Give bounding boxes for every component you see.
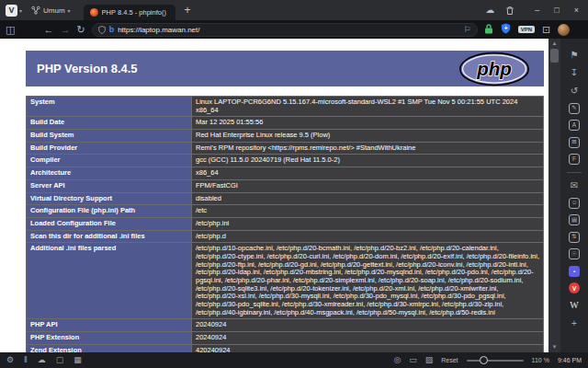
table-row: Build System Red Hat Enterprise Linux re…	[27, 130, 544, 143]
reload-icon[interactable]: ↻	[76, 25, 85, 35]
web-panel-vivaldi-icon[interactable]: V	[569, 282, 580, 293]
url-text[interactable]: https://laptop.mawan.net/	[118, 26, 459, 34]
table-row: Scan this dir for additional .ini files …	[27, 230, 544, 243]
table-row: Additional .ini files parsed /etc/php.d/…	[27, 243, 544, 319]
add-web-panel-icon[interactable]: +	[569, 317, 581, 329]
window-controls: – □ ×	[535, 6, 579, 15]
zoom-slider[interactable]	[467, 360, 524, 362]
row-value: Red Hat Enterprise Linux release 9.5 (Pl…	[192, 130, 544, 143]
vivaldi-logo-icon: V	[6, 5, 17, 17]
secure-lock-icon[interactable]	[484, 21, 493, 38]
table-row: Build Provider Remi's RPM repository <ht…	[27, 142, 544, 155]
images-toggle-icon[interactable]: ▨	[425, 356, 434, 364]
tab-bar: V ▾ Umum ▾ PHP 8.4.5 - phpinfo() + ☁ – □…	[0, 0, 588, 20]
calendar-panel-icon[interactable]: ▤	[569, 214, 580, 225]
scroll-down-icon[interactable]: ▾	[548, 342, 560, 351]
row-label: Server API	[27, 179, 192, 192]
status-bar: ⚙ ‖ ☁ ▢ ▦ ◎ ▭ ▨ Reset 110 % 9:46 PM	[0, 352, 588, 368]
row-value: /etc	[192, 205, 544, 218]
row-label: System	[27, 97, 192, 117]
row-label: Zend Extension	[27, 344, 192, 352]
chevron-down-icon: ▾	[19, 7, 22, 14]
table-row: Build Date Mar 12 2025 01:55:56	[27, 117, 544, 130]
row-value: Remi's RPM repository <https://rpms.remi…	[192, 142, 544, 155]
bookmark-flag-icon[interactable]: ⚐	[464, 25, 471, 34]
new-tab-button[interactable]: +	[185, 5, 191, 16]
clock[interactable]: 9:46 PM	[558, 357, 582, 363]
phpinfo-page: PHP Version 8.4.5 php System Linux LAPTO	[0, 39, 548, 352]
history-panel-icon[interactable]: ↺	[569, 85, 581, 97]
feeds-panel-icon[interactable]: ☉	[569, 248, 580, 259]
web-panel-purple-icon[interactable]: ▪	[569, 266, 580, 277]
tasks-status-icon[interactable]: ▢	[56, 356, 64, 364]
panel-separator[interactable]	[567, 172, 582, 173]
row-value: /etc/php.d	[192, 230, 544, 243]
minimize-button[interactable]: –	[535, 6, 539, 15]
closed-tabs-trash-icon[interactable]	[505, 6, 514, 16]
reading-list-panel-icon[interactable]: F	[569, 154, 580, 165]
sync-cloud-icon[interactable]: ☁	[485, 6, 494, 15]
settings-icon[interactable]: ⚙	[6, 356, 14, 364]
web-panel-wikipedia-icon[interactable]: W	[569, 300, 581, 312]
downloads-panel-icon[interactable]: ↧	[569, 67, 581, 79]
page-scrollbar[interactable]: ▴ ▾	[548, 39, 560, 352]
tab-favicon	[90, 8, 98, 17]
sessions-panel-icon[interactable]: ⊞	[569, 137, 580, 148]
notes-panel-icon[interactable]: ✎	[569, 103, 580, 114]
row-value: 20240924	[192, 332, 544, 345]
row-label: PHP API	[27, 319, 192, 332]
extensions-icon[interactable]: ⊡	[542, 25, 550, 35]
row-label: Scan this dir for additional .ini files	[27, 230, 192, 243]
row-value: Mar 12 2025 01:55:56	[192, 117, 544, 130]
vpn-badge[interactable]: VPN	[518, 26, 535, 33]
side-panel-bar: ⚑ ↧ ↺ ✎ A ⊞ F ✉ ☺ ▤ ⇅	[560, 39, 588, 352]
capture-page-icon[interactable]: ◎	[393, 356, 401, 364]
table-row: Compiler gcc (GCC) 11.5.0 20240719 (Red …	[27, 155, 544, 167]
zoom-reset-button[interactable]: Reset	[441, 357, 458, 363]
contacts-panel-icon[interactable]: ☺	[569, 198, 580, 209]
table-row: Virtual Directory Support disabled	[27, 192, 544, 205]
table-row: PHP API 20240924	[27, 319, 544, 332]
row-label: Architecture	[27, 167, 192, 180]
translate-panel-icon[interactable]: A	[569, 120, 580, 131]
row-value: x86_64	[192, 167, 544, 180]
scrollbar-thumb[interactable]	[550, 49, 559, 63]
page-title: PHP Version 8.4.5	[37, 62, 138, 75]
table-row: Architecture x86_64	[27, 167, 544, 180]
php-logo: php	[456, 52, 533, 86]
active-tab[interactable]: PHP 8.4.5 - phpinfo()	[84, 5, 175, 20]
tracker-shield-icon[interactable]	[98, 26, 106, 34]
scroll-up-icon[interactable]: ▴	[548, 39, 560, 48]
mail-panel-icon[interactable]: ✉	[569, 179, 581, 191]
profile-avatar[interactable]	[558, 24, 570, 36]
phpinfo-header: PHP Version 8.4.5 php	[26, 51, 544, 86]
sync-status-icon[interactable]: ☁	[38, 356, 46, 364]
row-value: 20240924	[192, 319, 544, 332]
panel-toggle-icon[interactable]: ◫	[6, 25, 15, 35]
calendar-status-icon[interactable]: ▦	[74, 356, 82, 364]
row-value: gcc (GCC) 11.5.0 20240719 (Red Hat 11.5.…	[192, 155, 544, 167]
phpinfo-table: System Linux LAPTOP-PCR6G6ND 5.15.167.4-…	[26, 96, 544, 352]
tasks-panel-icon[interactable]: ⇅	[569, 232, 580, 243]
back-icon[interactable]: ←	[43, 25, 53, 35]
vivaldi-menu-button[interactable]: V ▾	[6, 5, 22, 17]
zoom-slider-thumb[interactable]	[480, 356, 488, 364]
site-favicon-icon: b	[109, 26, 115, 34]
page-actions-icon[interactable]: ‖	[24, 356, 28, 364]
svg-text:+: +	[503, 25, 507, 31]
row-value: disabled	[192, 192, 544, 205]
row-label: Additional .ini files parsed	[27, 243, 192, 319]
web-page-content: PHP Version 8.4.5 php System Linux LAPTO	[0, 39, 548, 352]
tiling-icon[interactable]: ▭	[409, 356, 417, 364]
forward-icon[interactable]: →	[60, 25, 70, 35]
workspace-selector[interactable]: Umum ▾	[31, 6, 71, 15]
phpinfo-table-body: System Linux LAPTOP-PCR6G6ND 5.15.167.4-…	[27, 97, 544, 353]
defender-shield-icon[interactable]: +	[501, 21, 511, 38]
bookmarks-panel-icon[interactable]: ⚑	[569, 49, 581, 61]
row-label: Virtual Directory Support	[27, 192, 192, 205]
url-field[interactable]: b https://laptop.mawan.net/ ⚐	[92, 23, 478, 37]
zoom-level: 110 %	[532, 357, 549, 363]
close-button[interactable]: ×	[574, 6, 579, 15]
table-row: Loaded Configuration File /etc/php.ini	[27, 217, 544, 230]
maximize-button[interactable]: □	[554, 6, 559, 15]
